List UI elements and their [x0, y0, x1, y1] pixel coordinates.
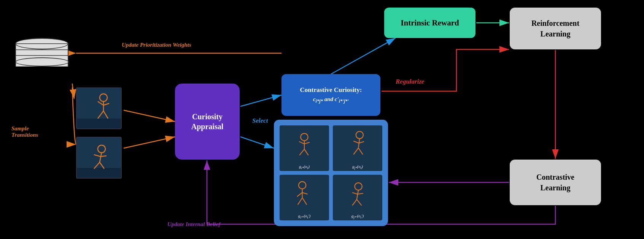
image-grid: gi*(ot) gj*(ot)	[274, 120, 388, 226]
grid-label-2: gj*(ot)	[352, 163, 363, 171]
update-prioritization-label: Update Prioritization Weights	[122, 42, 191, 48]
svg-rect-15	[77, 119, 122, 129]
curiosity-appraisal-box: CuriosityAppraisal	[175, 84, 240, 160]
svg-line-8	[124, 137, 175, 148]
contrastive-curiosity-box: Contrastive Curiosity: ci*j* and c'i*'j*…	[281, 74, 380, 116]
grid-image-1: gi*(ot)	[280, 125, 329, 171]
grid-image-3: gi*'(ot')	[280, 175, 329, 220]
svg-line-9	[240, 95, 281, 106]
diagram: Replay Buffer Sample Transitions Update …	[0, 0, 644, 239]
transition-image-bottom	[76, 137, 122, 179]
select-label: Select	[252, 117, 268, 125]
update-belief-label: Update Internal Belief	[167, 221, 220, 228]
grid-image-4: gj*'(ot')	[333, 175, 382, 220]
grid-label-3: gi*'(ot')	[298, 213, 310, 220]
svg-rect-23	[77, 168, 122, 179]
contrastive-curiosity-label: Contrastive Curiosity: ci*j* and c'i*'j*…	[300, 85, 362, 104]
svg-line-7	[124, 110, 175, 122]
curiosity-appraisal-label: CuriosityAppraisal	[191, 112, 223, 131]
regularize-label: Regularize	[396, 78, 425, 85]
transition-image-top	[76, 87, 122, 129]
sample-transitions-label: Sample Transitions	[11, 125, 38, 138]
reinforcement-learning-label: ReinforcementLearning	[531, 18, 579, 39]
replay-buffer-label: Replay Buffer	[11, 68, 72, 75]
svg-line-11	[331, 38, 396, 74]
replay-buffer: Replay Buffer	[11, 38, 72, 75]
contrastive-learning-label: ContrastiveLearning	[536, 172, 574, 193]
intrinsic-reward-box: Intrinsic Reward	[384, 8, 475, 38]
intrinsic-reward-label: Intrinsic Reward	[401, 18, 459, 28]
grid-label-1: gi*(ot)	[299, 163, 310, 171]
contrastive-learning-box: ContrastiveLearning	[510, 160, 601, 205]
grid-image-2: gj*(ot)	[333, 125, 382, 171]
reinforcement-learning-box: ReinforcementLearning	[510, 8, 601, 49]
grid-label-4: gj*'(ot')	[351, 213, 364, 220]
svg-line-10	[240, 137, 274, 148]
